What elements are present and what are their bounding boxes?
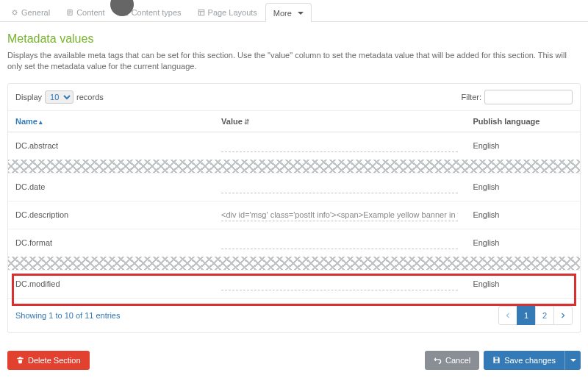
cell-value-input[interactable]	[221, 237, 458, 249]
cell-value-input[interactable]	[221, 140, 458, 152]
display-label: Display	[15, 93, 42, 101]
cell-lang: English	[465, 201, 580, 229]
cell-lang: English	[465, 229, 580, 257]
showing-text: Showing 1 to 10 of 11 entries	[15, 311, 120, 320]
bottom-bar: Delete Section Cancel Save changes	[0, 340, 588, 379]
cell-name: DC.abstract	[8, 132, 214, 160]
table-row: DC.date English	[8, 173, 580, 201]
content-icon	[66, 9, 74, 16]
save-button[interactable]: Save changes	[484, 351, 564, 370]
cell-lang: English	[465, 270, 580, 298]
right-buttons: Cancel Save changes	[425, 351, 581, 370]
undo-icon	[434, 356, 442, 364]
svg-rect-6	[198, 10, 204, 15]
cell-name: DC.format	[8, 229, 214, 257]
panel-header: Display 10 records Filter:	[8, 84, 580, 111]
tab-page-layouts[interactable]: Page Layouts	[190, 3, 265, 21]
pager-next[interactable]	[553, 306, 573, 325]
pager-prev[interactable]	[498, 306, 517, 325]
col-header-name[interactable]: Name	[8, 111, 214, 132]
cell-value-input[interactable]	[221, 278, 458, 290]
trash-icon	[16, 356, 24, 364]
save-label: Save changes	[504, 356, 556, 365]
caret-down-icon	[570, 359, 576, 362]
chevron-left-icon	[505, 313, 511, 318]
torn-divider	[8, 257, 580, 270]
cell-lang: English	[465, 173, 580, 201]
cancel-button[interactable]: Cancel	[425, 351, 479, 370]
records-label: records	[76, 93, 104, 101]
save-dropdown-toggle[interactable]	[564, 351, 581, 370]
tab-content-label: Content	[76, 8, 105, 17]
display-select[interactable]: 10	[45, 90, 74, 104]
page-layouts-icon	[198, 9, 205, 16]
metadata-table: Name Value Publish language DC.abstract …	[8, 111, 580, 298]
content-area: Metadata values Displays the available m…	[0, 22, 588, 340]
col-header-value[interactable]: Value	[214, 111, 465, 132]
caret-down-icon	[298, 12, 304, 15]
pager-page-2[interactable]: 2	[535, 306, 554, 325]
tab-content-types-label: Content types	[132, 8, 182, 17]
general-icon	[11, 9, 18, 16]
filter-input[interactable]	[484, 90, 573, 104]
table-row: DC.format English	[8, 229, 580, 257]
pagination: 1 2	[499, 306, 573, 325]
cancel-label: Cancel	[445, 356, 470, 365]
panel-footer: Showing 1 to 10 of 11 entries 1 2	[8, 298, 580, 332]
delete-section-button[interactable]: Delete Section	[7, 351, 90, 370]
tab-general-label: General	[21, 8, 50, 17]
filter-label: Filter:	[462, 93, 482, 101]
cell-lang: English	[465, 132, 580, 160]
tab-content[interactable]: Content	[58, 3, 113, 21]
save-split-button: Save changes	[484, 351, 581, 370]
filter-block: Filter:	[462, 90, 573, 104]
page-title: Metadata values	[7, 32, 581, 46]
pager-page-1[interactable]: 1	[517, 306, 536, 325]
table-row-highlighted: DC.description English	[8, 201, 580, 229]
cell-name: DC.date	[8, 173, 214, 201]
chevron-right-icon	[560, 313, 566, 318]
table-row: DC.modified English	[8, 270, 580, 298]
cell-name: DC.modified	[8, 270, 214, 298]
cell-value-input[interactable]	[221, 181, 458, 193]
page-description: Displays the available meta tags that ca…	[7, 50, 581, 73]
cell-value-input[interactable]	[221, 209, 458, 221]
cell-name: DC.description	[8, 201, 214, 229]
table-row: DC.abstract English	[8, 132, 580, 160]
tab-more-label: More	[273, 9, 292, 18]
metadata-panel: Display 10 records Filter: Name Value Pu…	[7, 83, 581, 333]
tabs-bar: General Content Content types Page Layou…	[0, 3, 588, 22]
col-header-lang[interactable]: Publish language	[465, 111, 580, 132]
tab-more[interactable]: More	[265, 3, 312, 22]
torn-divider	[8, 160, 580, 173]
save-icon	[492, 356, 501, 364]
tab-general[interactable]: General	[3, 3, 58, 21]
display-records: Display 10 records	[15, 90, 104, 104]
tab-page-layouts-label: Page Layouts	[208, 8, 257, 17]
delete-section-label: Delete Section	[28, 356, 81, 365]
